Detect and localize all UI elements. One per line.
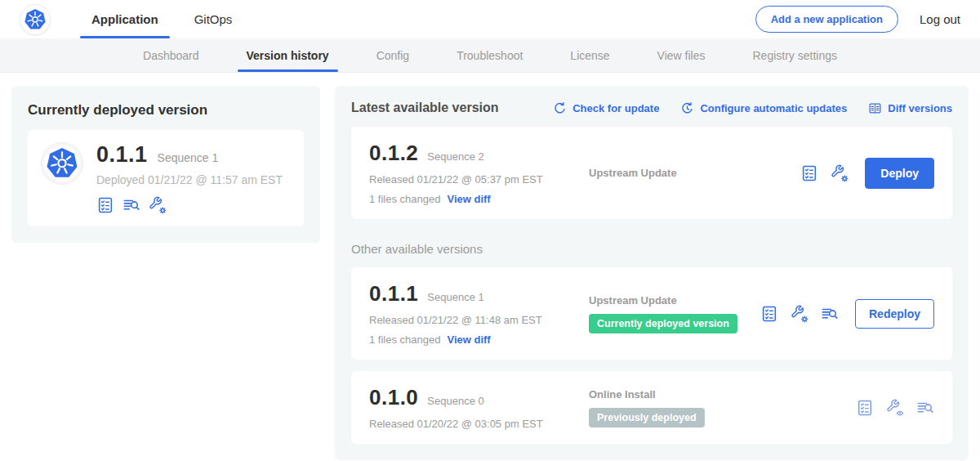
top-nav: Application GitOps Add a new application… — [0, 0, 980, 38]
version-history-panel: Latest available version Check for updat… — [335, 86, 969, 460]
deploy-logs-icon[interactable] — [821, 305, 839, 323]
sequence-label: Sequence 1 — [427, 291, 483, 303]
edit-config-icon[interactable] — [831, 164, 849, 182]
subtab-config-label: Config — [376, 49, 409, 62]
diff-versions-label: Diff versions — [888, 102, 952, 114]
check-for-update-label: Check for update — [572, 102, 659, 114]
subtab-version-history[interactable]: Version history — [223, 38, 353, 72]
refresh-icon — [553, 101, 567, 115]
subtab-view-files-label: View files — [657, 49, 706, 62]
deploy-button[interactable]: Deploy — [865, 158, 934, 189]
logout-button[interactable]: Log out — [920, 12, 960, 26]
version-number: 0.1.0 — [369, 385, 418, 410]
app-sub-nav: Dashboard Version history Config Trouble… — [0, 38, 980, 73]
view-config-icon[interactable] — [886, 399, 904, 417]
subtab-registry-settings[interactable]: Registry settings — [729, 38, 861, 72]
preflight-checklist-icon[interactable] — [760, 305, 778, 323]
currently-deployed-title: Currently deployed version — [28, 102, 304, 119]
subtab-license-label: License — [570, 49, 609, 62]
previously-deployed-badge: Previously deployed — [589, 408, 705, 427]
sequence-label: Sequence 2 — [427, 150, 483, 163]
subtab-license[interactable]: License — [546, 38, 633, 72]
released-timestamp: Released 01/21/22 @ 05:37 pm EST — [369, 173, 577, 186]
configure-automatic-updates-label: Configure automatic updates — [700, 102, 847, 114]
diff-versions-link[interactable]: Diff versions — [868, 101, 952, 115]
subtab-troubleshoot-label: Troubleshoot — [457, 49, 523, 62]
files-changed-label: 1 files changed — [369, 333, 440, 346]
version-source-label: Upstream Update — [589, 294, 760, 307]
subtab-troubleshoot[interactable]: Troubleshoot — [433, 38, 546, 72]
version-card-0-1-0: 0.1.0 Sequence 0 Released 01/20/22 @ 03:… — [351, 371, 952, 444]
add-application-button[interactable]: Add a new application — [755, 6, 898, 33]
tab-application-label: Application — [91, 12, 158, 26]
other-available-title: Other available versions — [351, 242, 952, 256]
diff-versions-icon — [868, 101, 882, 115]
version-number: 0.1.2 — [369, 141, 418, 166]
version-source-label: Online Install — [589, 388, 856, 401]
latest-available-title: Latest available version — [351, 101, 499, 115]
view-diff-link[interactable]: View diff — [447, 333, 490, 346]
edit-config-icon[interactable] — [791, 305, 808, 323]
deployed-version-card: 0.1.1 Sequence 1 Deployed 01/21/22 @ 11:… — [28, 130, 304, 226]
edit-config-icon[interactable] — [149, 196, 167, 214]
tab-gitops-label: GitOps — [194, 12, 233, 26]
version-card-0-1-2: 0.1.2 Sequence 2 Released 01/21/22 @ 05:… — [351, 127, 952, 219]
preflight-checklist-icon[interactable] — [800, 164, 818, 182]
kubernetes-logo — [20, 4, 51, 35]
subtab-view-files[interactable]: View files — [634, 38, 729, 72]
preflight-checklist-icon[interactable] — [96, 196, 114, 214]
app-logo — [41, 142, 83, 185]
released-timestamp: Released 01/21/22 @ 11:48 am EST — [369, 314, 577, 326]
tab-application[interactable]: Application — [74, 0, 176, 38]
view-diff-link[interactable]: View diff — [447, 193, 490, 205]
subtab-version-history-label: Version history — [247, 49, 329, 62]
deployed-version-number: 0.1.1 — [96, 142, 148, 168]
sequence-label: Sequence 0 — [427, 395, 483, 407]
redeploy-button[interactable]: Redeploy — [855, 299, 934, 329]
subtab-dashboard-label: Dashboard — [143, 49, 199, 62]
tab-gitops[interactable]: GitOps — [176, 0, 251, 38]
preflight-checklist-icon[interactable] — [856, 399, 874, 417]
currently-deployed-badge: Currently deployed version — [589, 314, 737, 333]
main-content: Currently deployed version 0.1.1 Sequenc… — [0, 73, 980, 461]
files-changed-label: 1 files changed — [369, 193, 440, 205]
subtab-config[interactable]: Config — [353, 38, 433, 72]
subtab-registry-settings-label: Registry settings — [753, 49, 837, 62]
deploy-logs-icon[interactable] — [122, 196, 140, 214]
schedule-update-icon — [680, 101, 694, 115]
subtab-dashboard[interactable]: Dashboard — [119, 38, 223, 72]
top-nav-tabs: Application GitOps — [74, 0, 250, 38]
version-card-0-1-1: 0.1.1 Sequence 1 Released 01/21/22 @ 11:… — [351, 267, 952, 360]
currently-deployed-panel: Currently deployed version 0.1.1 Sequenc… — [11, 86, 320, 243]
deployed-sequence-label: Sequence 1 — [158, 151, 219, 164]
check-for-update-link[interactable]: Check for update — [553, 101, 659, 115]
deploy-logs-icon[interactable] — [916, 399, 934, 417]
version-number: 0.1.1 — [369, 281, 418, 307]
configure-automatic-updates-link[interactable]: Configure automatic updates — [680, 101, 847, 115]
released-timestamp: Released 01/20/22 @ 03:05 pm EST — [369, 418, 577, 430]
deployed-timestamp: Deployed 01/21/22 @ 11:57 am EST — [96, 173, 283, 186]
version-source-label: Upstream Update — [589, 167, 800, 179]
